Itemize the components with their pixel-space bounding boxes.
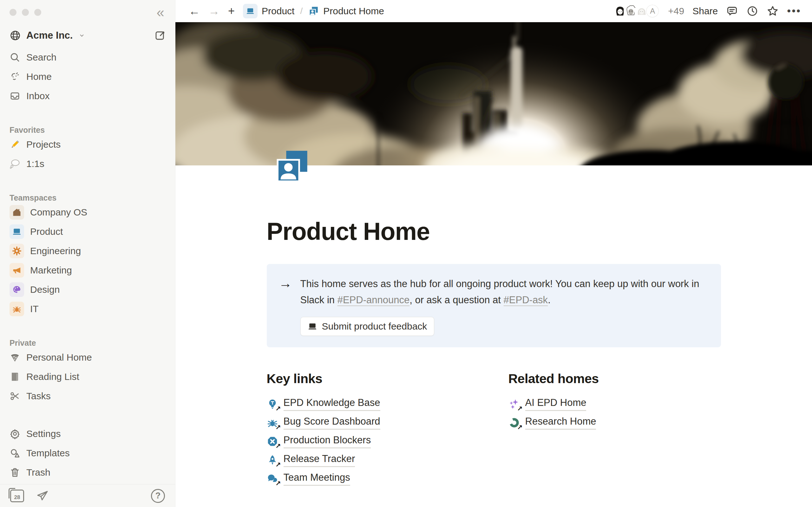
app-window: « Acme Inc. Search Home bbox=[0, 0, 812, 507]
sidebar-item-label: IT bbox=[30, 303, 39, 314]
ai-face-icon bbox=[9, 71, 20, 82]
sidebar-collapse-icon[interactable]: « bbox=[155, 5, 165, 19]
link-epd-knowledge-base[interactable]: ↗ EPD Knowledge Base bbox=[267, 395, 479, 413]
lightbulb-icon: ↗ bbox=[267, 398, 278, 410]
sidebar-item-templates[interactable]: Templates bbox=[0, 443, 175, 463]
link-bug-score-dashboard[interactable]: ↗ Bug Score Dashboard bbox=[267, 413, 479, 432]
sidebar-item-home[interactable]: Home bbox=[0, 67, 175, 86]
main-area: ← → + Product / Product Home bbox=[175, 0, 812, 507]
laptop-icon bbox=[308, 322, 317, 331]
avatar-letter: A bbox=[645, 4, 660, 18]
laptop-icon bbox=[243, 4, 258, 18]
ellipsis-icon[interactable]: ••• bbox=[787, 9, 801, 13]
link-team-meetings[interactable]: ↗ Team Meetings bbox=[267, 469, 479, 488]
external-arrow-icon: ↗ bbox=[517, 424, 523, 431]
contact-card-icon bbox=[308, 6, 319, 16]
donut-chart-icon: ↗ bbox=[508, 417, 520, 429]
sidebar-item-label: Tasks bbox=[26, 391, 51, 401]
window-controls[interactable] bbox=[9, 9, 41, 16]
page-title: Product Home bbox=[267, 217, 721, 245]
workspace-switcher[interactable]: Acme Inc. bbox=[4, 26, 171, 44]
sidebar-item-settings[interactable]: Settings bbox=[0, 424, 175, 443]
sidebar-item-label: Search bbox=[26, 52, 56, 63]
link-label: EPD Knowledge Base bbox=[284, 397, 380, 411]
sidebar-item-1on1s[interactable]: 1:1s bbox=[0, 154, 175, 173]
thought-cloud-icon bbox=[9, 158, 20, 169]
sidebar-item-engineering[interactable]: Engineering bbox=[0, 241, 175, 261]
pizza-icon bbox=[9, 352, 20, 363]
sidebar-item-tasks[interactable]: Tasks bbox=[0, 386, 175, 406]
pencil-icon bbox=[9, 139, 20, 150]
sidebar-item-label: Settings bbox=[26, 429, 61, 439]
sidebar-item-label: Design bbox=[30, 284, 60, 295]
sidebar-item-product[interactable]: Product bbox=[0, 222, 175, 241]
avatar-overflow-count: +49 bbox=[668, 6, 684, 16]
sidebar-item-label: Reading List bbox=[26, 372, 79, 382]
topbar: ← → + Product / Product Home bbox=[175, 0, 812, 22]
sidebar-item-marketing[interactable]: Marketing bbox=[0, 261, 175, 280]
rocket-icon: ↗ bbox=[267, 454, 278, 466]
sidebar-item-projects[interactable]: Projects bbox=[0, 135, 175, 154]
sidebar-item-it[interactable]: IT bbox=[0, 299, 175, 319]
sidebar-item-company-os[interactable]: Company OS bbox=[0, 203, 175, 222]
link-label: Production Blockers bbox=[284, 434, 371, 448]
breadcrumb-product[interactable]: Product bbox=[241, 3, 297, 20]
gear-icon bbox=[9, 244, 24, 258]
sidebar-top-row: « bbox=[0, 0, 175, 25]
slack-link-epd-ask[interactable]: #EPD-ask bbox=[504, 294, 548, 305]
breadcrumb-label: Product Home bbox=[323, 6, 384, 16]
link-production-blockers[interactable]: ↗ Production Blockers bbox=[267, 432, 479, 451]
breadcrumb-product-home[interactable]: Product Home bbox=[306, 4, 387, 18]
laptop-icon bbox=[9, 224, 24, 239]
house-icon bbox=[9, 205, 24, 220]
external-arrow-icon: ↗ bbox=[517, 405, 523, 412]
link-release-tracker[interactable]: ↗ Release Tracker bbox=[267, 451, 479, 469]
star-icon[interactable] bbox=[767, 5, 779, 17]
paper-plane-icon[interactable] bbox=[36, 490, 49, 502]
link-label: AI EPD Home bbox=[525, 397, 587, 411]
share-button[interactable]: Share bbox=[693, 6, 718, 16]
avatar-group[interactable]: A bbox=[613, 4, 660, 18]
slack-link-epd-announce[interactable]: #EPD-announce bbox=[338, 294, 410, 305]
settings-gear-icon bbox=[9, 429, 20, 439]
sidebar-item-design[interactable]: Design bbox=[0, 280, 175, 299]
sidebar-item-label: Projects bbox=[26, 139, 61, 150]
sidebar-item-personal-home[interactable]: Personal Home bbox=[0, 348, 175, 367]
callout-text-part: , or ask a question at bbox=[409, 294, 503, 305]
link-ai-epd-home[interactable]: ↗ AI EPD Home bbox=[508, 395, 721, 413]
clock-icon[interactable] bbox=[746, 5, 758, 17]
forward-arrow-icon[interactable]: → bbox=[206, 5, 222, 17]
submit-feedback-button[interactable]: Submit product feedback bbox=[300, 317, 435, 336]
book-icon bbox=[9, 372, 20, 382]
section-key-links: Key links ↗ EPD Knowledge Base ↗ bbox=[267, 372, 479, 488]
globe-icon bbox=[9, 30, 21, 41]
section-label-private: Private bbox=[0, 334, 175, 348]
sidebar-item-search[interactable]: Search bbox=[0, 48, 175, 67]
external-arrow-icon: ↗ bbox=[275, 461, 281, 469]
page-icon-contact-card[interactable] bbox=[274, 148, 311, 185]
help-icon[interactable]: ? bbox=[151, 489, 165, 503]
bug-icon bbox=[9, 302, 24, 316]
comment-icon[interactable] bbox=[726, 5, 738, 17]
sidebar-item-inbox[interactable]: Inbox bbox=[0, 86, 175, 106]
sidebar-item-reading-list[interactable]: Reading List bbox=[0, 367, 175, 386]
link-research-home[interactable]: ↗ Research Home bbox=[508, 413, 721, 432]
cover-image[interactable] bbox=[175, 22, 812, 166]
sidebar-item-label: Product bbox=[30, 226, 63, 237]
button-label: Submit product feedback bbox=[322, 321, 427, 332]
breadcrumb-label: Product bbox=[262, 6, 294, 16]
sidebar: « Acme Inc. Search Home bbox=[0, 0, 175, 507]
section-heading: Related homes bbox=[508, 372, 721, 386]
sidebar-item-trash[interactable]: Trash bbox=[0, 463, 175, 482]
new-page-icon[interactable] bbox=[154, 30, 165, 41]
trash-icon bbox=[9, 467, 20, 478]
calendar-icon[interactable]: 28 bbox=[10, 490, 24, 502]
callout-text: This home serves as the hub for all ongo… bbox=[300, 276, 708, 336]
scissors-icon bbox=[9, 391, 20, 401]
shapes-icon bbox=[9, 448, 20, 458]
workspace-name: Acme Inc. bbox=[26, 30, 72, 41]
new-tab-plus-icon[interactable]: + bbox=[225, 5, 237, 17]
back-arrow-icon[interactable]: ← bbox=[186, 5, 203, 17]
chat-bubbles-icon: ↗ bbox=[267, 473, 278, 485]
sidebar-item-label: Templates bbox=[26, 448, 70, 458]
